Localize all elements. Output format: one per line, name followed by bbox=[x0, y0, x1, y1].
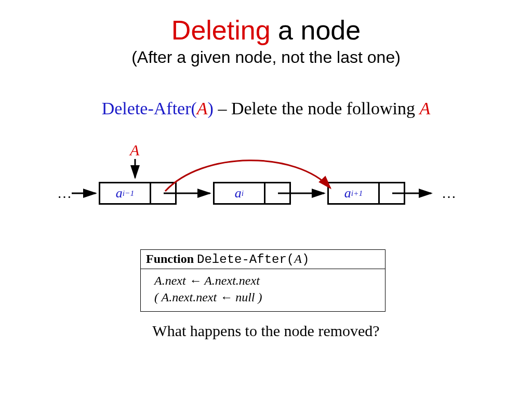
pseudocode-line-2: ( A.next.next ← null ) bbox=[154, 289, 371, 305]
title-highlight: Deleting bbox=[171, 15, 271, 45]
pseudocode-arg: A bbox=[294, 252, 302, 265]
closing-question: What happens to the node removed? bbox=[0, 322, 532, 340]
pseudocode-body: A.next ← A.next.next ( A.next.next ← nul… bbox=[141, 269, 385, 311]
bypass-arrow bbox=[165, 161, 330, 191]
desc-dash: – bbox=[214, 99, 231, 118]
arrows-overlay bbox=[68, 140, 462, 223]
func-name: Delete-After( bbox=[102, 99, 197, 118]
pseudocode-func-name: Delete-After( bbox=[197, 252, 294, 267]
title-rest: a node bbox=[271, 15, 361, 45]
operation-description: Delete-After(A) – Delete the node follow… bbox=[0, 99, 532, 118]
func-close: ) bbox=[208, 99, 214, 118]
pseudocode-close: ) bbox=[302, 252, 309, 267]
keyword-function: Function bbox=[146, 252, 194, 265]
pseudocode-line-1: A.next ← A.next.next bbox=[154, 272, 371, 289]
slide-title: Deleting a node bbox=[0, 15, 532, 46]
pseudocode-header: Function Delete-After(A) bbox=[141, 250, 385, 269]
slide-subtitle: (After a given node, not the last one) bbox=[0, 48, 532, 67]
linked-list-diagram: A … ai−1 ai ai+1 … bbox=[68, 140, 462, 223]
pseudocode-box: Function Delete-After(A) A.next ← A.next… bbox=[140, 249, 385, 312]
desc-tail: A bbox=[420, 99, 431, 118]
desc-text: Delete the node following bbox=[231, 99, 420, 118]
func-arg: A bbox=[197, 99, 208, 118]
